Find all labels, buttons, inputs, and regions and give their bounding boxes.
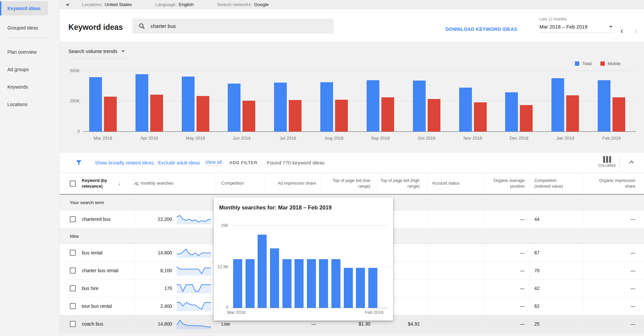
row-checkbox[interactable]: [70, 250, 76, 256]
row-checkbox[interactable]: [70, 268, 76, 274]
mobile-bar[interactable]: [243, 101, 255, 132]
sparkline[interactable]: [176, 301, 212, 311]
header-label: Organic average position: [485, 178, 525, 189]
volume-bar-group-apr-2018: Apr 2018: [136, 70, 163, 132]
total-bar[interactable]: [505, 92, 518, 132]
columns-button[interactable]: COLUMNS: [598, 156, 616, 167]
date-range-select[interactable]: Last 12 months Mar 2018 – Feb 2019: [539, 17, 614, 33]
mobile-bar[interactable]: [428, 99, 440, 132]
row-checkbox[interactable]: [70, 321, 76, 327]
sidebar-item-plan-overview[interactable]: Plan overview: [0, 45, 60, 59]
header-top-of-page-bid-high-range[interactable]: Top of page bid (high range): [378, 173, 427, 194]
header-top-of-page-bid-low-range[interactable]: Top of page bid (low range): [321, 173, 378, 194]
download-keyword-ideas-button[interactable]: DOWNLOAD KEYWORD IDEAS: [445, 27, 517, 32]
total-bar[interactable]: [459, 88, 472, 132]
mobile-bar[interactable]: [520, 105, 533, 132]
date-range-value: Mar 2018 – Feb 2019: [539, 24, 587, 30]
topbar-filter-value: English: [179, 2, 194, 7]
mobile-bar[interactable]: [381, 97, 394, 132]
popup-bar: [282, 259, 291, 308]
total-bar[interactable]: [228, 84, 240, 132]
mobile-bar[interactable]: [566, 95, 579, 132]
sidebar-item-locations[interactable]: Locations: [0, 97, 60, 111]
total-bar[interactable]: [551, 78, 564, 132]
cell-account-status: [427, 244, 485, 261]
sparkline[interactable]: [176, 248, 212, 258]
keyword-label: tour bus rental: [82, 303, 112, 309]
cell-organic-impression-share: —: [583, 297, 644, 315]
mobile-bar[interactable]: [289, 100, 302, 132]
mobile-bar[interactable]: [150, 95, 163, 132]
sparkline[interactable]: [176, 214, 212, 224]
table-header-row: Keyword (by relevance)↓Avg. monthly sear…: [60, 173, 644, 195]
chevron-down-icon[interactable]: [609, 26, 612, 28]
mobile-bar[interactable]: [335, 100, 348, 132]
keyword-label: chartered bus: [82, 217, 111, 222]
row-checkbox[interactable]: [70, 303, 76, 309]
total-bar[interactable]: [89, 77, 102, 132]
legend-item-total: Total: [575, 61, 591, 66]
total-bar[interactable]: [182, 77, 195, 132]
page-header: Keyword ideas DOWNLOAD KEYWORD IDEAS Las…: [60, 9, 644, 42]
mobile-bar[interactable]: [104, 97, 117, 132]
row-checkbox[interactable]: [70, 216, 76, 222]
header-checkbox[interactable]: [70, 181, 76, 187]
total-bar[interactable]: [136, 74, 148, 132]
mobile-bar[interactable]: [474, 102, 487, 132]
avg-monthly-searches-value: 2,400: [160, 303, 172, 309]
filter-funnel-icon[interactable]: [75, 159, 82, 166]
mobile-bar[interactable]: [197, 96, 209, 132]
avg-monthly-searches-cell: 14,800: [134, 244, 216, 261]
header-organic-impression-share[interactable]: Organic impression share: [583, 173, 644, 194]
topbar-filter-locations[interactable]: Locations:United States: [82, 2, 132, 7]
back-arrow-icon[interactable]: ◀: [66, 2, 68, 7]
keyword-search-box[interactable]: [132, 18, 334, 34]
keyword-label: bus rental: [82, 250, 102, 255]
header-account-status[interactable]: Account status: [427, 173, 485, 194]
x-tick-label: Nov 2018: [464, 136, 482, 141]
x-tick-label: Dec 2018: [509, 136, 528, 141]
total-bar[interactable]: [367, 80, 379, 132]
cell-organic-impression-share: —: [583, 262, 644, 279]
topbar-filter-language[interactable]: Language:English: [155, 2, 194, 7]
cell-account-status: [427, 315, 485, 333]
popup-bar: [246, 259, 255, 308]
previous-period-button[interactable]: ‹: [621, 27, 623, 35]
sidebar-item-keywords[interactable]: Keywords: [0, 80, 60, 94]
collapse-section-button[interactable]: [628, 159, 635, 166]
x-tick-label: Feb 2019: [602, 136, 621, 141]
sidebar-item-ad-groups[interactable]: Ad groups: [0, 62, 60, 77]
topbar-filters: Locations:United StatesLanguage:EnglishS…: [82, 2, 292, 7]
topbar-filter-search-networks[interactable]: Search networks:Google: [217, 2, 269, 7]
header-competition[interactable]: Competition: [216, 173, 266, 194]
filter-exclude-adult-link[interactable]: Exclude adult ideas: [158, 160, 200, 165]
sparkline[interactable]: [176, 266, 212, 276]
next-period-button[interactable]: ›: [635, 27, 637, 35]
filter-broadly-related-link[interactable]: Show broadly related ideas;: [95, 160, 155, 165]
header-ad-impression-share[interactable]: Ad impression share: [266, 173, 321, 194]
total-bar[interactable]: [320, 82, 333, 132]
sidebar-item-keyword-ideas[interactable]: Keyword ideas: [0, 1, 48, 15]
mobile-bar[interactable]: [612, 97, 625, 132]
cell-organic-impression-share: —: [583, 280, 644, 297]
avg-monthly-searches-cell: 2,400: [134, 297, 216, 315]
search-input[interactable]: [150, 23, 324, 29]
header-organic-average-position[interactable]: Organic average position: [485, 173, 530, 194]
sidebar-item-grouped-ideas[interactable]: Grouped ideas: [0, 21, 60, 35]
total-bar[interactable]: [274, 83, 287, 132]
sort-descending-icon[interactable]: ↓: [118, 181, 121, 186]
view-all-link[interactable]: View all: [205, 159, 222, 166]
popup-bar: [319, 259, 328, 308]
row-checkbox[interactable]: [70, 285, 76, 291]
header-avg-monthly-searches[interactable]: Avg. monthly searches: [134, 173, 216, 194]
search-volume-trends-select[interactable]: Search volume trends: [68, 48, 127, 59]
keyword-cell: coach bus: [60, 315, 134, 333]
total-bar[interactable]: [598, 80, 610, 132]
sparkline[interactable]: [176, 283, 212, 293]
header-competition-indexed-value[interactable]: Competition (indexed value): [530, 173, 583, 194]
add-filter-button[interactable]: ADD FILTER: [229, 160, 257, 165]
total-bar[interactable]: [413, 81, 426, 132]
header-keyword-cell[interactable]: Keyword (by relevance)↓: [60, 173, 134, 194]
sparkline[interactable]: [176, 319, 212, 329]
cell-account-status: [427, 210, 485, 228]
